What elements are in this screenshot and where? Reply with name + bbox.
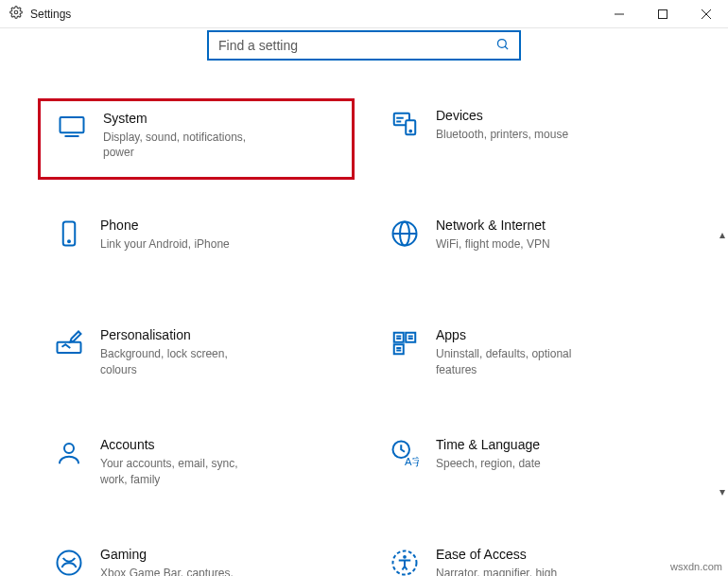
window-controls — [598, 0, 728, 27]
ease-of-access-icon — [385, 547, 425, 576]
personalisation-icon — [49, 327, 89, 358]
svg-point-29 — [64, 444, 74, 453]
card-subtitle: Narrator, magnifier, high contrast — [436, 566, 597, 576]
card-title: Devices — [436, 108, 568, 123]
svg-text:A字: A字 — [405, 456, 419, 467]
time-language-icon: A字 — [385, 437, 425, 467]
svg-point-0 — [14, 10, 18, 14]
system-icon — [52, 111, 92, 141]
svg-rect-21 — [406, 333, 415, 342]
card-title: Personalisation — [100, 327, 261, 342]
card-accounts[interactable]: Accounts Your accounts, email, sync, wor… — [38, 428, 355, 509]
minimize-button[interactable] — [598, 0, 641, 27]
card-network[interactable]: Network & Internet WiFi, flight mode, VP… — [373, 208, 690, 289]
svg-point-11 — [409, 131, 411, 132]
accounts-icon — [49, 437, 89, 467]
card-subtitle: Display, sound, notifications, power — [103, 130, 264, 160]
scrollbar[interactable] — [718, 233, 727, 496]
card-title: Time & Language — [436, 437, 541, 452]
card-title: Ease of Access — [436, 547, 597, 562]
card-personalisation[interactable]: Personalisation Background, lock screen,… — [38, 318, 355, 399]
search-icon — [495, 37, 510, 55]
card-gaming[interactable]: Gaming Xbox Game Bar, captures, Game Mod… — [38, 537, 355, 576]
card-subtitle: Your accounts, email, sync, work, family — [100, 456, 261, 486]
card-title: Gaming — [100, 547, 261, 562]
window-title: Settings — [30, 8, 71, 21]
search-box[interactable] — [207, 30, 521, 61]
svg-rect-2 — [659, 9, 667, 18]
svg-point-15 — [68, 241, 70, 243]
card-title: Apps — [436, 327, 597, 342]
card-title: System — [103, 111, 264, 126]
network-icon — [385, 218, 425, 248]
settings-grid: System Display, sound, notifications, po… — [0, 61, 728, 576]
card-time-language[interactable]: A字 Time & Language Speech, region, date — [373, 428, 690, 509]
card-phone[interactable]: Phone Link your Android, iPhone — [38, 208, 355, 289]
card-subtitle: Uninstall, defaults, optional features — [436, 346, 597, 376]
card-system[interactable]: System Display, sound, notifications, po… — [38, 98, 355, 180]
svg-line-6 — [505, 46, 508, 49]
maximize-button[interactable] — [641, 0, 685, 27]
gaming-icon — [49, 547, 89, 576]
search-container — [0, 30, 728, 61]
svg-point-34 — [403, 555, 407, 559]
card-title: Phone — [100, 218, 230, 233]
svg-rect-22 — [394, 345, 404, 355]
watermark: wsxdn.com — [670, 561, 722, 572]
svg-rect-7 — [61, 117, 84, 132]
card-title: Accounts — [100, 437, 261, 452]
card-ease-of-access[interactable]: Ease of Access Narrator, magnifier, high… — [373, 537, 690, 576]
card-subtitle: WiFi, flight mode, VPN — [436, 236, 550, 252]
close-button[interactable] — [685, 0, 728, 27]
card-subtitle: Speech, region, date — [436, 456, 541, 471]
apps-icon — [385, 327, 425, 358]
card-subtitle: Link your Android, iPhone — [100, 236, 230, 252]
card-subtitle: Background, lock screen, colours — [100, 346, 261, 376]
card-subtitle: Bluetooth, printers, mouse — [436, 127, 568, 142]
gear-icon — [9, 6, 23, 22]
card-subtitle: Xbox Game Bar, captures, Game Mode — [100, 566, 261, 576]
titlebar-left: Settings — [0, 6, 71, 22]
svg-rect-20 — [394, 333, 404, 342]
phone-icon — [49, 218, 89, 248]
search-input[interactable] — [218, 38, 495, 53]
card-apps[interactable]: Apps Uninstall, defaults, optional featu… — [373, 318, 690, 399]
devices-icon — [385, 108, 425, 138]
titlebar: Settings — [0, 0, 728, 28]
card-title: Network & Internet — [436, 218, 550, 233]
card-devices[interactable]: Devices Bluetooth, printers, mouse — [373, 98, 690, 180]
svg-point-5 — [498, 39, 507, 47]
